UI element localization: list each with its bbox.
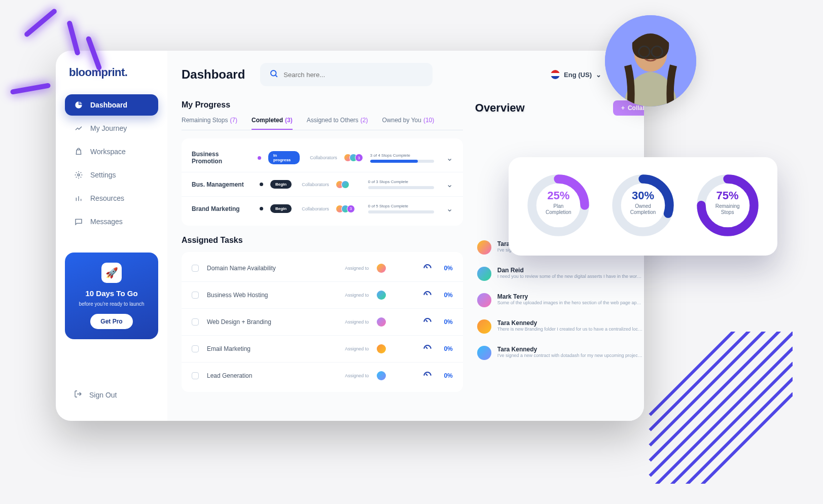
gauge-icon [422,370,433,382]
status-dot [258,156,261,160]
progress-name: Bus. Management [192,181,253,188]
task-row: Web Design + Branding Assigned to 0% [182,309,463,336]
svg-line-11 [426,266,427,268]
collaborators-label: Collaborators [302,206,329,211]
bars-icon [74,194,83,203]
sidebar-item-resources[interactable]: Resources [65,188,158,209]
sidebar-item-label: Workspace [90,148,126,156]
task-row: Business Web Hosting Assigned to 0% [182,282,463,309]
collaborator-avatars: 3 [346,154,363,162]
donut-label: OwnedCompletion [630,203,656,215]
tab-assigned-others[interactable]: Assigned to Others (2) [307,117,368,130]
task-checkbox[interactable] [192,345,199,352]
tab-owned[interactable]: Owned by You (10) [382,117,434,130]
assignee-avatar [377,317,386,327]
message-avatar [477,293,491,307]
sign-out-button[interactable]: Sign Out [65,384,158,406]
task-checkbox[interactable] [192,372,199,379]
assigned-to-label: Assigned to [345,373,369,378]
donut-value: 30% [630,189,656,202]
search-icon [269,69,278,80]
overview-title: Overview [475,101,525,115]
donut-value: 25% [546,189,571,202]
collaborator-avatars [338,181,349,189]
assignee-avatar [377,344,386,353]
my-progress-title: My Progress [182,100,463,110]
assignee-avatar [377,371,386,380]
collaborators-label: Collaborators [302,182,329,187]
message-row[interactable]: Tara Kennedy I've signed a new contract … [475,340,644,366]
progress-row: Bus. Management Begin Collaborators 0 of… [182,172,463,197]
sidebar-item-settings[interactable]: Settings [65,164,158,186]
progress-bar-label: 0 of 3 Stops Complete [368,179,434,184]
tab-remaining[interactable]: Remaining Stops (7) [182,117,237,130]
rocket-icon: 🚀 [101,263,122,283]
task-row: Email Marketing Assigned to 0% [182,336,463,363]
overview-header: Overview +Collaborate [475,100,644,116]
progress-name: Business Promotion [192,151,251,165]
collaborator-avatars: 3 [338,205,355,213]
chevron-down-icon[interactable]: ⌄ [446,153,453,163]
progress-bar-wrap: 0 of 3 Stops Complete [368,179,434,189]
svg-line-13 [426,320,427,321]
status-dot [260,183,263,186]
bag-icon [74,147,83,156]
promo-card: 🚀 10 Days To Go before you're ready to l… [65,253,158,339]
task-list: Domain Name Availability Assigned to 0% … [182,252,463,392]
donut-label: PlanCompletion [546,203,571,215]
topbar: Dashboard Eng (US) ⌄ [182,63,630,86]
status-pill: Begin [270,204,292,213]
message-row[interactable]: Dan Reid I need you to review some of th… [475,261,644,287]
overview-donuts-card: 25% PlanCompletion 30% OwnedCompletion 7… [509,157,777,256]
message-icon [74,217,83,226]
progress-name: Brand Marketing [192,205,253,212]
progress-bar-wrap: 3 of 4 Stops Complete [370,153,434,163]
task-name: Email Marketing [207,345,308,352]
assigned-to-label: Assigned to [345,319,369,325]
tab-completed[interactable]: Completed (3) [252,117,293,130]
task-name: Domain Name Availability [207,265,308,272]
gear-icon [74,170,83,179]
task-checkbox[interactable] [192,265,199,272]
message-sender: Mark Terry [497,293,643,300]
overview-donut: 75% RemainingStops [695,172,761,240]
sidebar-item-workspace[interactable]: Workspace [65,141,158,162]
chevron-down-icon: ⌄ [596,71,601,79]
progress-bar-label: 0 of 5 Stops Complete [368,204,434,208]
message-avatar [477,346,491,360]
message-preview: Some of the uploaded images in the hero … [497,300,643,305]
message-row[interactable]: Tara Kennedy There is new Branding folde… [475,313,644,340]
sidebar-item-label: Resources [90,194,124,202]
assigned-to-label: Assigned to [345,266,369,271]
sidebar-item-label: Messages [90,218,123,226]
promo-subtitle: before you're ready to launch [72,301,151,308]
gauge-icon [422,289,433,301]
message-row[interactable]: Mark Terry Some of the uploaded images i… [475,287,644,313]
message-preview: There is new Branding folder I created f… [497,327,643,332]
status-pill: Begin [270,180,292,189]
status-pill: In progress [268,151,300,164]
sign-out-label: Sign Out [89,391,117,399]
search-field[interactable] [260,63,433,86]
assigned-tasks-title: Assigned Tasks [182,236,463,245]
sidebar-item-messages[interactable]: Messages [65,211,158,232]
progress-list: Business Promotion In progress Collabora… [182,138,463,226]
search-input[interactable] [283,71,423,79]
sidebar-item-label: Settings [90,171,116,179]
task-checkbox[interactable] [192,318,199,326]
assigned-to-label: Assigned to [345,293,369,298]
overview-donut: 25% PlanCompletion [525,172,591,240]
donut-label: RemainingStops [715,203,740,215]
sidebar-item-journey[interactable]: My Journey [65,118,158,139]
task-checkbox[interactable] [192,292,199,299]
get-pro-button[interactable]: Get Pro [90,314,132,329]
chevron-down-icon[interactable]: ⌄ [446,204,453,213]
svg-line-15 [426,374,427,375]
promo-title: 10 Days To Go [72,289,151,298]
chart-line-icon [74,124,83,133]
flag-icon [551,70,560,79]
svg-point-4 [78,174,80,176]
task-row: Domain Name Availability Assigned to 0% [182,255,463,282]
chevron-down-icon[interactable]: ⌄ [446,179,453,189]
language-selector[interactable]: Eng (US) ⌄ [551,70,601,79]
